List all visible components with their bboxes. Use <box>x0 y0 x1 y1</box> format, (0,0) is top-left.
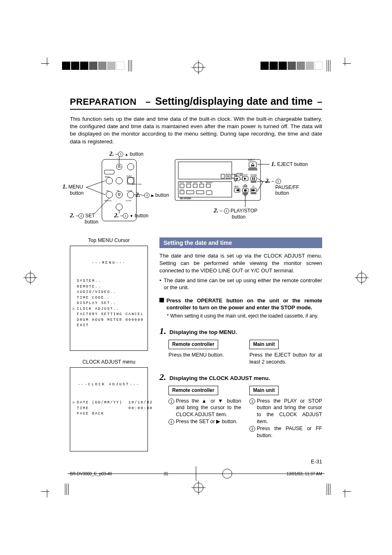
svg-point-12 <box>127 191 134 198</box>
svg-text:EJECT: EJECT <box>248 159 255 161</box>
registration-mark <box>194 483 203 493</box>
svg-point-10 <box>116 191 122 198</box>
page-title: – Setting/displaying date and time – <box>144 95 324 107</box>
svg-point-5 <box>106 177 113 184</box>
numbered-line: 2Press the SET or ▶ button. <box>168 418 241 425</box>
svg-rect-65 <box>252 177 253 180</box>
print-footer: BR-DV3000_E_p03-49 31 13/01/03, 11:37 AM <box>70 469 322 479</box>
svg-text:CH-1/3: CH-1/3 <box>180 182 184 184</box>
numbered-line: 1Press the ▲ or ▼ button and bring the c… <box>168 398 241 419</box>
crop-mark <box>339 58 351 70</box>
svg-text:REC: REC <box>234 174 238 176</box>
svg-text:SEARCH-: SEARCH- <box>104 200 112 202</box>
svg-rect-47 <box>221 174 224 178</box>
svg-text:SET: SET <box>106 190 109 192</box>
crop-mark <box>41 485 53 497</box>
svg-text:AUDIO DUB: AUDIO DUB <box>132 183 142 185</box>
callout-play-stop: 2. – 1 PLAY/STOP button <box>214 207 258 220</box>
svg-rect-44 <box>196 191 204 194</box>
numbered-line: 1Press the PLAY or STOP button and bring… <box>249 398 322 426</box>
svg-text:SVHS/MV: SVHS/MV <box>186 182 192 184</box>
svg-text:PB.: PB. <box>117 190 119 192</box>
svg-rect-40 <box>206 184 210 187</box>
svg-text:SLP.SP.: SLP.SP. <box>126 200 131 202</box>
step1-main-body: Press the EJECT button for at least 2 se… <box>249 352 322 366</box>
registration-mark <box>194 62 203 72</box>
svg-rect-66 <box>254 177 255 180</box>
svg-point-13 <box>116 204 122 210</box>
svg-text:NTSC: NTSC <box>194 182 198 184</box>
body-bullet: •The date and time can be set up using e… <box>159 277 322 291</box>
svg-rect-55 <box>251 166 254 166</box>
crop-mark <box>41 58 53 70</box>
callout-eject: 1. EJECT button <box>271 161 308 168</box>
svg-point-49 <box>227 175 229 177</box>
svg-text:FF: FF <box>252 186 255 188</box>
svg-point-6 <box>116 177 122 184</box>
section-bar: Setting the date and time <box>159 237 322 248</box>
svg-text:PAUSE: PAUSE <box>251 174 257 176</box>
callout-menu: 1. MENU button <box>62 183 83 196</box>
page-number: E-31 <box>311 458 322 465</box>
callout-pause-ff: 2. – 2 PAUSE/FF button <box>265 177 299 196</box>
step1-remote-body: Press the MENU button. <box>168 352 241 359</box>
remote-diagram: MENU BLANK AUDIO DUB SET PB. SLP.SP. SEA… <box>70 152 164 230</box>
svg-text:PAL: PAL <box>200 182 203 184</box>
svg-rect-56 <box>248 168 257 170</box>
svg-rect-64 <box>251 177 256 181</box>
step-2: 2. Displaying the CLOCK ADJUST menu. <box>159 372 322 382</box>
svg-rect-53 <box>249 162 256 168</box>
operate-instruction: Press the OPERATE button on the unit or … <box>159 297 322 311</box>
remote-label: Remote controller <box>168 340 218 349</box>
osd-top-menu: ---MENU--- SYSTEM..REMOTE..AUDIO/VIDEO..… <box>70 246 148 351</box>
osd2-caption: CLOCK ADJUST menu <box>70 359 148 365</box>
page-title-row: PREPARATION – Setting/displaying date an… <box>70 95 322 110</box>
intro-paragraph: This function sets up the date and time … <box>70 115 322 145</box>
osd1-caption: Top MENU Cursor <box>70 237 148 243</box>
svg-text:BLANK: BLANK <box>127 175 132 177</box>
registration-mark <box>357 273 367 283</box>
svg-rect-67 <box>251 181 256 183</box>
crop-mark <box>339 485 351 497</box>
svg-rect-31 <box>180 184 184 187</box>
registration-mark <box>25 273 35 283</box>
body-p1: The date and time data is set up via the… <box>159 252 322 274</box>
svg-text:SLP.SP.: SLP.SP. <box>127 190 132 192</box>
svg-rect-35 <box>200 184 204 187</box>
step-1: 1. Displaying the top MENU. <box>159 326 322 336</box>
svg-point-9 <box>106 191 113 198</box>
section-label: PREPARATION <box>70 97 136 107</box>
main-label: Main unit <box>249 386 279 395</box>
callout-set: 2. –2 SET button <box>70 212 98 225</box>
svg-rect-33 <box>187 184 191 187</box>
svg-rect-74 <box>244 189 247 191</box>
callout-up: 2. –1 button <box>109 150 143 157</box>
black-square-icon <box>159 298 164 302</box>
unit-diagram: CH-1/3 SVHS/MV NTSC PAL PAGE BSV CH-2/4 <box>173 152 322 230</box>
svg-rect-34 <box>193 184 197 187</box>
osd-clock-adjust: ---CLOCK ADJUST--- DATE (DD/MM/YY) 10/10… <box>70 367 148 451</box>
svg-text:REW: REW <box>234 186 239 188</box>
svg-rect-45 <box>206 191 212 195</box>
asterisk-note: * When setting it using the main unit, e… <box>167 313 322 320</box>
main-label: Main unit <box>249 340 279 349</box>
callout-right: 2. –2 button <box>136 191 169 198</box>
svg-rect-80 <box>251 193 256 194</box>
svg-text:MENU: MENU <box>105 176 110 178</box>
svg-text:CH-2/4: CH-2/4 <box>180 189 184 190</box>
numbered-line: 2Press the PAUSE or FF button. <box>249 425 322 439</box>
svg-point-4 <box>127 164 134 170</box>
svg-rect-1 <box>104 170 114 174</box>
svg-text:PAGE BSV: PAGE BSV <box>206 182 213 184</box>
svg-text:BR-DV3000: BR-DV3000 <box>180 197 191 200</box>
callout-down: 2. –1 button <box>114 212 148 219</box>
svg-rect-41 <box>180 191 184 194</box>
remote-label: Remote controller <box>168 386 218 395</box>
svg-rect-43 <box>187 191 194 194</box>
svg-text:PLAY: PLAY <box>243 174 248 176</box>
